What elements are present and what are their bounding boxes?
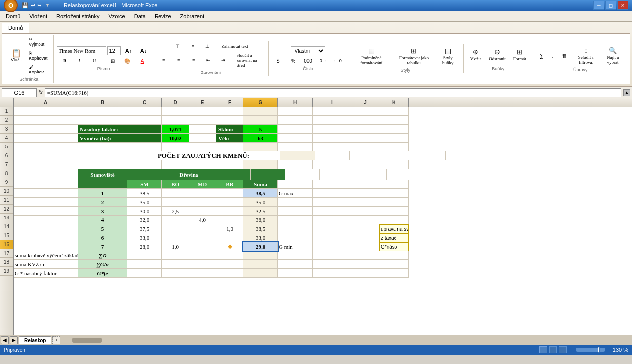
- number-format-select[interactable]: Vlastní: [291, 46, 325, 55]
- cell-D17[interactable]: [162, 251, 189, 260]
- cell-F15[interactable]: [216, 233, 243, 242]
- cell-B14[interactable]: 5: [78, 224, 127, 233]
- cell-J16[interactable]: [352, 242, 379, 251]
- scroll-thumb[interactable]: [72, 338, 102, 343]
- col-header-I[interactable]: I: [313, 98, 352, 107]
- cell-B7[interactable]: [78, 160, 127, 169]
- table-format-btn[interactable]: ⊞ Formátovat jako tabulku: [393, 45, 435, 67]
- cell-D9[interactable]: BO: [162, 180, 189, 189]
- cell-H3[interactable]: [278, 125, 313, 134]
- cell-E12[interactable]: [189, 207, 216, 216]
- row-header-2[interactable]: 2: [0, 116, 13, 125]
- cell-B5[interactable]: [78, 143, 127, 151]
- cell-I2[interactable]: [313, 116, 352, 125]
- cell-C7[interactable]: [127, 160, 162, 169]
- cell-K10[interactable]: [379, 189, 409, 198]
- cell-I8[interactable]: [320, 169, 359, 180]
- cell-C3[interactable]: [127, 125, 162, 134]
- col-header-E[interactable]: E: [189, 98, 216, 107]
- col-header-D[interactable]: D: [162, 98, 189, 107]
- indent-dec-btn[interactable]: ⇤: [201, 56, 215, 64]
- cell-K7[interactable]: [379, 160, 409, 169]
- tab-domu[interactable]: Domů: [2, 23, 29, 33]
- cell-A9[interactable]: [14, 180, 78, 189]
- cell-J2[interactable]: [352, 116, 379, 125]
- close-btn[interactable]: ✕: [617, 1, 628, 10]
- row-header-13[interactable]: 13: [0, 214, 13, 222]
- cell-H17[interactable]: [278, 251, 313, 260]
- cell-H11[interactable]: [278, 198, 313, 207]
- row-header-10[interactable]: 10: [0, 187, 13, 196]
- cell-B15[interactable]: 6: [78, 233, 127, 242]
- cell-H5[interactable]: [278, 143, 313, 151]
- find-select-btn[interactable]: 🔍 Najít a vybrat: [601, 45, 625, 66]
- bold-btn[interactable]: B: [58, 57, 72, 65]
- cell-C8-span[interactable]: Dřevina: [127, 169, 251, 180]
- cell-B2[interactable]: [78, 116, 127, 125]
- menu-zobrazeni[interactable]: Zobrazení: [176, 12, 209, 20]
- insert-cells-btn[interactable]: ⊕ Vložit: [467, 46, 485, 63]
- cell-I4[interactable]: [313, 134, 352, 143]
- cell-J13[interactable]: [352, 216, 379, 224]
- cell-K5[interactable]: [379, 143, 409, 151]
- cell-D12[interactable]: 2,5: [162, 207, 189, 216]
- cell-I9[interactable]: [313, 180, 352, 189]
- border-btn[interactable]: ⊞: [106, 57, 119, 65]
- cell-G9[interactable]: Suma: [243, 180, 278, 189]
- cell-A19[interactable]: G * násobný faktor: [14, 269, 78, 278]
- cell-C9[interactable]: SM: [127, 180, 162, 189]
- cell-F16[interactable]: ◆: [216, 242, 243, 251]
- office-icon[interactable]: O: [4, 0, 18, 12]
- cell-A12[interactable]: [14, 207, 78, 216]
- row-header-17[interactable]: 17: [0, 249, 13, 258]
- col-header-B[interactable]: B: [78, 98, 127, 107]
- cell-F19[interactable]: [216, 269, 243, 278]
- cell-J14[interactable]: [352, 224, 379, 233]
- cell-F5[interactable]: [216, 143, 243, 151]
- cell-E19[interactable]: [189, 269, 216, 278]
- cell-K14[interactable]: úprava na svah: [379, 224, 409, 233]
- cell-G12[interactable]: 32,5: [243, 207, 278, 216]
- cell-C12[interactable]: 30,0: [127, 207, 162, 216]
- cell-B9[interactable]: [78, 180, 127, 189]
- cell-E9[interactable]: MD: [189, 180, 216, 189]
- fill-btn[interactable]: ↓: [548, 51, 558, 60]
- cell-E3[interactable]: [189, 125, 216, 134]
- cell-K18[interactable]: [379, 260, 409, 269]
- cell-H18[interactable]: [278, 260, 313, 269]
- formula-input[interactable]: [45, 88, 621, 97]
- cell-K6[interactable]: [416, 151, 446, 160]
- cell-F17[interactable]: [216, 251, 243, 260]
- cell-E17[interactable]: [189, 251, 216, 260]
- cell-G14[interactable]: 38,5: [243, 224, 278, 233]
- cell-G19[interactable]: [243, 269, 278, 278]
- cell-G1[interactable]: [243, 107, 278, 116]
- cell-J18[interactable]: [352, 260, 379, 269]
- menu-vlozeni[interactable]: Vložení: [25, 12, 51, 20]
- cell-F3[interactable]: Sklon:: [216, 125, 243, 134]
- cell-C11[interactable]: 35,0: [127, 198, 162, 207]
- paste-button[interactable]: 📋 Vložit: [7, 48, 25, 64]
- cell-G17[interactable]: [243, 251, 278, 260]
- copy-button[interactable]: ⎘ Kopírovat: [26, 49, 50, 62]
- cell-K4[interactable]: [379, 134, 409, 143]
- cell-H15[interactable]: [278, 233, 313, 242]
- cell-A13[interactable]: [14, 216, 78, 224]
- cell-C13[interactable]: 32,0: [127, 216, 162, 224]
- zoom-slider[interactable]: [576, 348, 605, 352]
- menu-data[interactable]: Data: [130, 12, 150, 20]
- cell-K1[interactable]: [379, 107, 409, 116]
- cell-G13[interactable]: 36,0: [243, 216, 278, 224]
- cell-K2[interactable]: [379, 116, 409, 125]
- format-cells-btn[interactable]: ⊞ Formát: [510, 46, 530, 63]
- cell-B12[interactable]: 3: [78, 207, 127, 216]
- cell-J19[interactable]: [352, 269, 379, 278]
- cell-I14[interactable]: [313, 224, 352, 233]
- indent-inc-btn[interactable]: ⇥: [216, 56, 230, 64]
- row-header-3[interactable]: 3: [0, 125, 13, 134]
- cell-F2[interactable]: [216, 116, 243, 125]
- cell-K17[interactable]: [379, 251, 409, 260]
- cell-J4[interactable]: [352, 134, 379, 143]
- cell-C1[interactable]: [127, 107, 162, 116]
- cell-D11[interactable]: [162, 198, 189, 207]
